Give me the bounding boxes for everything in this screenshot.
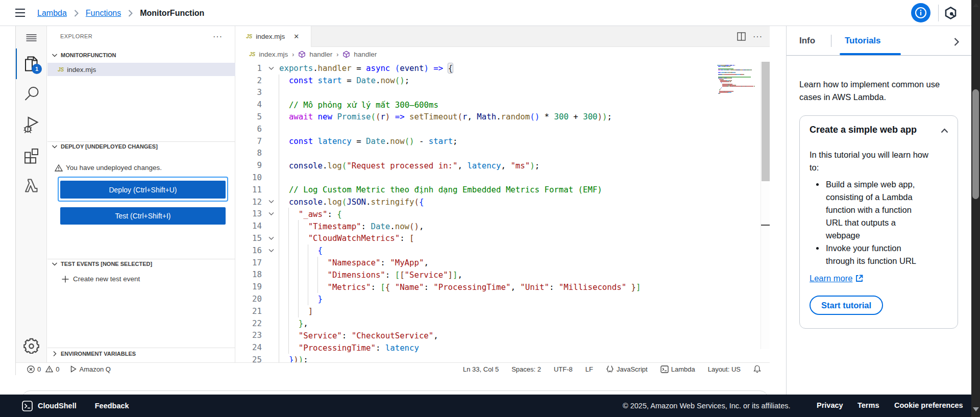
- cookie-preferences-link[interactable]: Cookie preferences: [894, 401, 963, 409]
- lambda-status[interactable]: Lambda: [660, 365, 695, 373]
- line-number: 21: [235, 305, 262, 317]
- notifications-bell-icon[interactable]: [753, 365, 761, 373]
- close-tab-icon[interactable]: ✕: [293, 33, 299, 40]
- privacy-link[interactable]: Privacy: [817, 401, 843, 409]
- keyboard-layout[interactable]: Layout: US: [708, 365, 741, 373]
- menu-icon[interactable]: [15, 8, 25, 17]
- external-link-icon: [855, 275, 863, 282]
- editor-scrollbar[interactable]: [761, 62, 770, 349]
- fold-chevron-icon[interactable]: [267, 232, 275, 244]
- chevron-down-icon: [51, 260, 59, 268]
- minimap[interactable]: [717, 65, 761, 94]
- tutorial-card-title: Create a simple web app: [810, 125, 917, 135]
- amazon-q-status[interactable]: Amazon Q: [70, 365, 110, 373]
- code-line: "Namespace": "MyApp",: [279, 257, 429, 269]
- section-monitorfunction[interactable]: MONITORFUNCTION: [51, 51, 116, 59]
- aws-lambda-icon[interactable]: [16, 179, 47, 192]
- section-deploy[interactable]: DEPLOY [UNDEPLOYED CHANGES]: [51, 142, 158, 151]
- active-tab-underline: [840, 53, 901, 55]
- line-number: 10: [235, 171, 262, 184]
- split-editor-icon[interactable]: [737, 32, 746, 41]
- code-editor[interactable]: 1234567891011121314151617181920212223242…: [235, 62, 770, 362]
- application-menu-icon[interactable]: [16, 34, 47, 41]
- explorer-more-actions-icon[interactable]: ···: [213, 32, 223, 41]
- feedback-button[interactable]: Feedback: [95, 402, 129, 410]
- tutorial-bullets: Build a simple web app, consisting of a …: [825, 178, 927, 267]
- breadcrumb-symbol[interactable]: handler: [354, 51, 377, 58]
- start-tutorial-button[interactable]: Start tutorial: [810, 296, 883, 315]
- code-line: // Log Custom Metric theo định dạng Embe…: [279, 184, 602, 196]
- js-file-icon: JS: [246, 34, 252, 39]
- cursor-position[interactable]: Ln 33, Col 5: [463, 365, 499, 373]
- problems-indicator[interactable]: 0 0: [27, 365, 59, 373]
- settings-gear-icon[interactable]: [16, 338, 47, 354]
- play-outline-icon: [70, 365, 77, 373]
- chevron-right-icon[interactable]: [953, 37, 960, 46]
- breadcrumb-current-page: MonitorFunction: [140, 9, 204, 18]
- line-number: 2: [235, 75, 262, 87]
- deploy-button[interactable]: Deploy (Ctrl+Shift+U): [60, 181, 226, 199]
- chevron-down-icon: [51, 51, 59, 59]
- explorer-panel: EXPLORER ··· MONITORFUNCTION JS index.mj…: [47, 26, 235, 362]
- section-environment-variables[interactable]: ENVIRONMENT VARIABLES: [51, 350, 136, 358]
- tutorial-card-description: In this tutorial you will learn how to:: [810, 149, 932, 174]
- activity-bar: 1: [16, 26, 47, 362]
- scrollbar-up-arrow[interactable]: [973, 3, 979, 7]
- breadcrumb-file[interactable]: index.mjs: [259, 51, 288, 58]
- search-icon[interactable]: [16, 86, 47, 102]
- line-number: 1: [235, 62, 262, 75]
- chevron-up-icon[interactable]: [941, 128, 948, 133]
- page-scrollbar-thumb[interactable]: [972, 89, 979, 199]
- fold-chevron-icon[interactable]: [267, 244, 275, 257]
- chevron-right-icon: ›: [336, 51, 338, 58]
- tab-bar: [235, 26, 770, 47]
- info-icon[interactable]: [911, 3, 930, 22]
- section-divider: [47, 141, 235, 142]
- status-bar: 0 0 Amazon Q Ln 33, Col 5 S: [16, 362, 770, 375]
- terms-link[interactable]: Terms: [857, 401, 879, 409]
- help-panel-tabs: Info Tutorials: [787, 26, 972, 56]
- file-index-mjs[interactable]: JS index.mjs: [47, 63, 235, 76]
- symbol-module-icon: [298, 51, 306, 58]
- line-number: 22: [235, 317, 262, 330]
- breadcrumb-symbol[interactable]: handler: [309, 51, 332, 58]
- learn-more-link[interactable]: Learn more: [810, 274, 852, 283]
- language-mode[interactable]: JavaScript: [606, 365, 648, 373]
- fold-chevron-icon[interactable]: [267, 208, 275, 220]
- top-navigation-bar: Lambda Functions MonitorFunction: [0, 0, 980, 26]
- breadcrumb-functions-link[interactable]: Functions: [86, 9, 121, 18]
- js-file-icon: JS: [249, 52, 255, 57]
- editor-group: JS index.mjs ✕ ··· JS index.mjs › ha: [235, 26, 770, 362]
- code-line: exports.handler = async (event) => {: [279, 62, 453, 75]
- breadcrumb: Lambda Functions MonitorFunction: [37, 7, 204, 19]
- code-line: "_aws": {: [279, 208, 342, 220]
- indentation-setting[interactable]: Spaces: 2: [511, 365, 541, 373]
- cloudshell-button[interactable]: CloudShell: [22, 401, 77, 411]
- tab-info[interactable]: Info: [799, 26, 815, 56]
- page-scrollbar[interactable]: [971, 0, 980, 417]
- line-number: 23: [235, 329, 262, 341]
- fold-chevron-icon[interactable]: [267, 196, 275, 208]
- line-number: 14: [235, 220, 262, 232]
- tab-index-mjs[interactable]: JS index.mjs ✕: [235, 26, 311, 47]
- console-footer: CloudShell Feedback © 2025, Amazon Web S…: [0, 395, 980, 417]
- breadcrumb-lambda-link[interactable]: Lambda: [37, 9, 67, 18]
- section-test-events[interactable]: TEST EVENTS [NONE SELECTED]: [51, 260, 152, 268]
- scrollbar-down-arrow[interactable]: [973, 407, 979, 411]
- run-debug-icon[interactable]: [16, 116, 47, 134]
- line-number: 5: [235, 111, 262, 123]
- cloudshell-terminal-icon: [22, 401, 33, 411]
- code-line: const latency = Date.now() - start;: [279, 135, 458, 148]
- eol-setting[interactable]: LF: [585, 365, 593, 373]
- editor-more-actions-icon[interactable]: ···: [753, 32, 763, 41]
- encoding-setting[interactable]: UTF-8: [554, 365, 573, 373]
- warning-triangle-icon: [55, 164, 63, 171]
- code-line: // Mô phỏng xử lý mất 300–600ms: [279, 99, 438, 111]
- fold-chevron-icon[interactable]: [267, 62, 275, 75]
- amazon-q-icon[interactable]: [945, 7, 957, 19]
- extensions-icon[interactable]: [16, 148, 47, 164]
- create-new-test-event[interactable]: Create new test event: [62, 275, 140, 283]
- test-button[interactable]: Test (Ctrl+Shift+I): [60, 207, 226, 225]
- editor-scrollbar-thumb[interactable]: [762, 62, 770, 181]
- tab-tutorials[interactable]: Tutorials: [845, 26, 881, 56]
